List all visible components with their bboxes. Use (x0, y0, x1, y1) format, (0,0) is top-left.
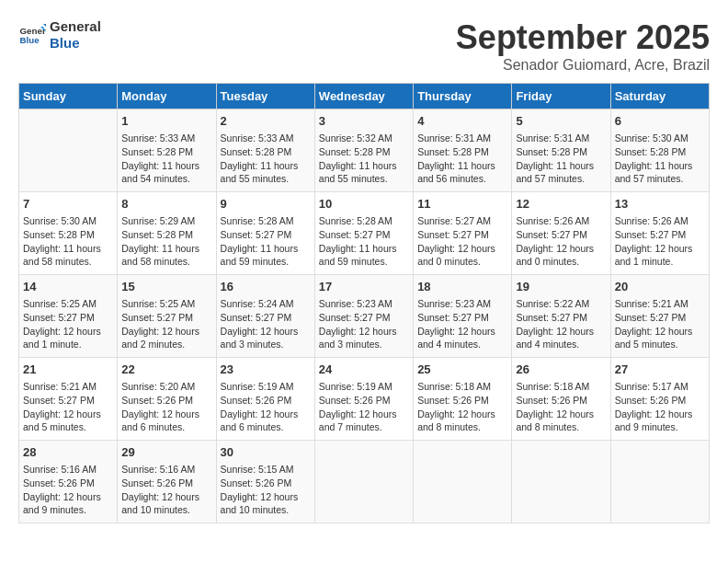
day-info: Sunrise: 5:22 AM Sunset: 5:27 PM Dayligh… (516, 297, 606, 351)
day-info: Sunrise: 5:21 AM Sunset: 5:27 PM Dayligh… (23, 380, 113, 434)
day-info: Sunrise: 5:16 AM Sunset: 5:26 PM Dayligh… (23, 463, 113, 517)
week-row-3: 14Sunrise: 5:25 AM Sunset: 5:27 PM Dayli… (19, 275, 710, 358)
day-number: 13 (615, 196, 705, 213)
day-info: Sunrise: 5:30 AM Sunset: 5:28 PM Dayligh… (23, 214, 113, 269)
day-cell: 24Sunrise: 5:19 AM Sunset: 5:26 PM Dayli… (314, 358, 413, 441)
day-info: Sunrise: 5:31 AM Sunset: 5:28 PM Dayligh… (417, 132, 507, 186)
day-info: Sunrise: 5:26 AM Sunset: 5:27 PM Dayligh… (516, 214, 606, 269)
day-number: 22 (121, 362, 211, 378)
day-cell: 21Sunrise: 5:21 AM Sunset: 5:27 PM Dayli… (19, 358, 118, 441)
column-header-thursday: Thursday (414, 84, 512, 109)
day-cell: 5Sunrise: 5:31 AM Sunset: 5:28 PM Daylig… (512, 109, 610, 192)
day-cell: 27Sunrise: 5:17 AM Sunset: 5:26 PM Dayli… (610, 358, 709, 441)
day-number: 9 (221, 196, 311, 213)
day-cell: 8Sunrise: 5:29 AM Sunset: 5:28 PM Daylig… (118, 192, 216, 275)
day-info: Sunrise: 5:19 AM Sunset: 5:26 PM Dayligh… (221, 380, 311, 434)
day-cell: 16Sunrise: 5:24 AM Sunset: 5:27 PM Dayli… (216, 275, 314, 358)
day-number: 16 (221, 279, 311, 295)
calendar-table: SundayMondayTuesdayWednesdayThursdayFrid… (18, 83, 710, 523)
day-cell: 1Sunrise: 5:33 AM Sunset: 5:28 PM Daylig… (118, 109, 216, 192)
day-number: 28 (23, 444, 113, 461)
logo-icon: General Blue (18, 21, 46, 49)
day-number: 15 (121, 279, 211, 295)
day-cell: 17Sunrise: 5:23 AM Sunset: 5:27 PM Dayli… (314, 275, 413, 358)
day-number: 12 (516, 196, 606, 213)
day-info: Sunrise: 5:28 AM Sunset: 5:27 PM Dayligh… (319, 214, 409, 269)
day-info: Sunrise: 5:16 AM Sunset: 5:26 PM Dayligh… (121, 463, 211, 517)
day-info: Sunrise: 5:19 AM Sunset: 5:26 PM Dayligh… (319, 380, 409, 434)
week-row-4: 21Sunrise: 5:21 AM Sunset: 5:27 PM Dayli… (19, 358, 710, 441)
day-cell (512, 441, 610, 523)
column-header-wednesday: Wednesday (314, 84, 413, 109)
svg-text:Blue: Blue (20, 35, 40, 45)
day-number: 17 (319, 279, 409, 295)
day-number: 5 (516, 113, 606, 130)
day-number: 20 (615, 279, 705, 295)
day-cell: 4Sunrise: 5:31 AM Sunset: 5:28 PM Daylig… (414, 109, 512, 192)
day-number: 2 (221, 113, 311, 130)
day-number: 25 (417, 362, 507, 378)
subtitle: Senador Guiomard, Acre, Brazil (456, 57, 710, 74)
day-info: Sunrise: 5:23 AM Sunset: 5:27 PM Dayligh… (319, 297, 409, 351)
day-cell: 14Sunrise: 5:25 AM Sunset: 5:27 PM Dayli… (19, 275, 118, 358)
day-info: Sunrise: 5:33 AM Sunset: 5:28 PM Dayligh… (121, 132, 211, 186)
day-info: Sunrise: 5:30 AM Sunset: 5:28 PM Dayligh… (615, 132, 705, 186)
column-header-friday: Friday (512, 84, 610, 109)
logo-text-general: General (50, 18, 101, 35)
column-header-monday: Monday (118, 84, 216, 109)
day-info: Sunrise: 5:17 AM Sunset: 5:26 PM Dayligh… (615, 380, 705, 434)
day-info: Sunrise: 5:33 AM Sunset: 5:28 PM Dayligh… (221, 132, 311, 186)
column-header-saturday: Saturday (610, 84, 709, 109)
day-cell: 20Sunrise: 5:21 AM Sunset: 5:27 PM Dayli… (610, 275, 709, 358)
day-info: Sunrise: 5:32 AM Sunset: 5:28 PM Dayligh… (319, 132, 409, 186)
column-header-tuesday: Tuesday (216, 84, 314, 109)
day-info: Sunrise: 5:24 AM Sunset: 5:27 PM Dayligh… (221, 297, 311, 351)
day-info: Sunrise: 5:20 AM Sunset: 5:26 PM Dayligh… (121, 380, 211, 434)
day-number: 24 (319, 362, 409, 378)
day-number: 18 (417, 279, 507, 295)
day-cell: 10Sunrise: 5:28 AM Sunset: 5:27 PM Dayli… (314, 192, 413, 275)
day-cell (414, 441, 512, 523)
day-info: Sunrise: 5:18 AM Sunset: 5:26 PM Dayligh… (417, 380, 507, 434)
day-number: 6 (615, 113, 705, 130)
day-number: 19 (516, 279, 606, 295)
day-number: 30 (221, 444, 311, 461)
day-number: 26 (516, 362, 606, 378)
day-number: 4 (417, 113, 507, 130)
day-info: Sunrise: 5:25 AM Sunset: 5:27 PM Dayligh… (23, 297, 113, 351)
week-row-2: 7Sunrise: 5:30 AM Sunset: 5:28 PM Daylig… (19, 192, 710, 275)
day-info: Sunrise: 5:31 AM Sunset: 5:28 PM Dayligh… (516, 132, 606, 186)
day-info: Sunrise: 5:25 AM Sunset: 5:27 PM Dayligh… (121, 297, 211, 351)
day-info: Sunrise: 5:21 AM Sunset: 5:27 PM Dayligh… (615, 297, 705, 351)
day-cell: 2Sunrise: 5:33 AM Sunset: 5:28 PM Daylig… (216, 109, 314, 192)
day-cell: 22Sunrise: 5:20 AM Sunset: 5:26 PM Dayli… (118, 358, 216, 441)
day-info: Sunrise: 5:15 AM Sunset: 5:26 PM Dayligh… (221, 463, 311, 517)
day-cell: 28Sunrise: 5:16 AM Sunset: 5:26 PM Dayli… (19, 441, 118, 523)
day-cell: 26Sunrise: 5:18 AM Sunset: 5:26 PM Dayli… (512, 358, 610, 441)
day-number: 23 (221, 362, 311, 378)
week-row-1: 1Sunrise: 5:33 AM Sunset: 5:28 PM Daylig… (19, 109, 710, 192)
day-cell: 23Sunrise: 5:19 AM Sunset: 5:26 PM Dayli… (216, 358, 314, 441)
main-title: September 2025 (456, 18, 710, 57)
day-cell: 11Sunrise: 5:27 AM Sunset: 5:27 PM Dayli… (414, 192, 512, 275)
day-cell (19, 109, 118, 192)
day-number: 21 (23, 362, 113, 378)
day-cell: 3Sunrise: 5:32 AM Sunset: 5:28 PM Daylig… (314, 109, 413, 192)
day-cell (610, 441, 709, 523)
header-row: SundayMondayTuesdayWednesdayThursdayFrid… (19, 84, 710, 109)
day-cell: 18Sunrise: 5:23 AM Sunset: 5:27 PM Dayli… (414, 275, 512, 358)
day-number: 8 (121, 196, 211, 213)
day-info: Sunrise: 5:26 AM Sunset: 5:27 PM Dayligh… (615, 214, 705, 269)
day-cell: 15Sunrise: 5:25 AM Sunset: 5:27 PM Dayli… (118, 275, 216, 358)
day-cell: 9Sunrise: 5:28 AM Sunset: 5:27 PM Daylig… (216, 192, 314, 275)
day-number: 11 (417, 196, 507, 213)
day-number: 7 (23, 196, 113, 213)
day-cell: 13Sunrise: 5:26 AM Sunset: 5:27 PM Dayli… (610, 192, 709, 275)
day-info: Sunrise: 5:23 AM Sunset: 5:27 PM Dayligh… (417, 297, 507, 351)
day-number: 10 (319, 196, 409, 213)
day-number: 3 (319, 113, 409, 130)
day-cell: 6Sunrise: 5:30 AM Sunset: 5:28 PM Daylig… (610, 109, 709, 192)
day-number: 14 (23, 279, 113, 295)
header: General Blue General Blue September 2025… (18, 18, 710, 74)
logo-text-blue: Blue (50, 35, 101, 52)
